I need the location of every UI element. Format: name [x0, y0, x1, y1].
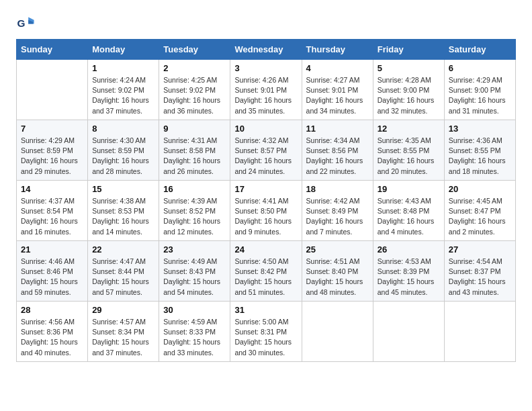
- header: G: [16, 13, 516, 32]
- logo-icon: G: [16, 13, 35, 32]
- weekday-row: SundayMondayTuesdayWednesdayThursdayFrid…: [17, 40, 516, 60]
- calendar-cell: 9Sunrise: 4:31 AM Sunset: 8:58 PM Daylig…: [159, 120, 230, 181]
- calendar-cell: 1Sunrise: 4:24 AM Sunset: 9:02 PM Daylig…: [88, 60, 159, 120]
- day-info: Sunrise: 4:34 AM Sunset: 8:56 PM Dayligh…: [306, 136, 369, 177]
- calendar-cell: 13Sunrise: 4:36 AM Sunset: 8:55 PM Dayli…: [444, 120, 515, 181]
- day-info: Sunrise: 4:26 AM Sunset: 9:01 PM Dayligh…: [234, 75, 297, 116]
- calendar-cell: 19Sunrise: 4:43 AM Sunset: 8:48 PM Dayli…: [373, 181, 444, 241]
- day-info: Sunrise: 4:31 AM Sunset: 8:58 PM Dayligh…: [163, 136, 226, 177]
- calendar-cell: [373, 302, 444, 362]
- day-info: Sunrise: 4:50 AM Sunset: 8:42 PM Dayligh…: [234, 257, 297, 298]
- weekday-header: Monday: [88, 40, 159, 60]
- calendar-header: SundayMondayTuesdayWednesdayThursdayFrid…: [17, 40, 516, 60]
- calendar-cell: 26Sunrise: 4:53 AM Sunset: 8:39 PM Dayli…: [373, 241, 444, 302]
- calendar-cell: 17Sunrise: 4:41 AM Sunset: 8:50 PM Dayli…: [230, 181, 302, 241]
- calendar-cell: 30Sunrise: 4:59 AM Sunset: 8:33 PM Dayli…: [159, 302, 230, 362]
- day-info: Sunrise: 4:37 AM Sunset: 8:54 PM Dayligh…: [21, 196, 83, 237]
- calendar-cell: 16Sunrise: 4:39 AM Sunset: 8:52 PM Dayli…: [159, 181, 230, 241]
- weekday-header: Saturday: [444, 40, 515, 60]
- day-info: Sunrise: 4:24 AM Sunset: 9:02 PM Dayligh…: [92, 75, 154, 116]
- day-number: 17: [234, 184, 297, 194]
- calendar-cell: [444, 302, 515, 362]
- day-number: 5: [378, 63, 440, 73]
- day-number: 26: [378, 244, 440, 255]
- day-number: 20: [449, 184, 511, 194]
- calendar-cell: 29Sunrise: 4:57 AM Sunset: 8:34 PM Dayli…: [88, 302, 159, 362]
- day-info: Sunrise: 4:46 AM Sunset: 8:46 PM Dayligh…: [21, 257, 83, 298]
- day-number: 28: [21, 305, 83, 315]
- calendar-cell: 31Sunrise: 5:00 AM Sunset: 8:31 PM Dayli…: [230, 302, 302, 362]
- weekday-header: Friday: [373, 40, 444, 60]
- day-info: Sunrise: 4:59 AM Sunset: 8:33 PM Dayligh…: [163, 317, 226, 358]
- day-info: Sunrise: 4:45 AM Sunset: 8:47 PM Dayligh…: [449, 196, 511, 237]
- calendar-cell: 5Sunrise: 4:28 AM Sunset: 9:00 PM Daylig…: [373, 60, 444, 120]
- calendar-cell: [302, 302, 373, 362]
- day-number: 10: [234, 124, 297, 134]
- calendar-week-row: 28Sunrise: 4:56 AM Sunset: 8:36 PM Dayli…: [17, 302, 516, 362]
- calendar-week-row: 7Sunrise: 4:29 AM Sunset: 8:59 PM Daylig…: [17, 120, 516, 181]
- day-number: 6: [449, 63, 511, 73]
- weekday-header: Sunday: [17, 40, 88, 60]
- day-number: 7: [21, 124, 83, 134]
- calendar-cell: 25Sunrise: 4:51 AM Sunset: 8:40 PM Dayli…: [302, 241, 373, 302]
- day-number: 25: [306, 244, 369, 255]
- day-number: 24: [234, 244, 297, 255]
- calendar-cell: 21Sunrise: 4:46 AM Sunset: 8:46 PM Dayli…: [17, 241, 88, 302]
- day-info: Sunrise: 4:38 AM Sunset: 8:53 PM Dayligh…: [92, 196, 154, 237]
- weekday-header: Tuesday: [159, 40, 230, 60]
- day-info: Sunrise: 4:41 AM Sunset: 8:50 PM Dayligh…: [234, 196, 297, 237]
- calendar-week-row: 21Sunrise: 4:46 AM Sunset: 8:46 PM Dayli…: [17, 241, 516, 302]
- day-number: 30: [163, 305, 226, 315]
- calendar-cell: 22Sunrise: 4:47 AM Sunset: 8:44 PM Dayli…: [88, 241, 159, 302]
- day-number: 16: [163, 184, 226, 194]
- calendar-cell: 7Sunrise: 4:29 AM Sunset: 8:59 PM Daylig…: [17, 120, 88, 181]
- day-info: Sunrise: 4:57 AM Sunset: 8:34 PM Dayligh…: [92, 317, 154, 358]
- day-info: Sunrise: 5:00 AM Sunset: 8:31 PM Dayligh…: [234, 317, 297, 358]
- day-number: 9: [163, 124, 226, 134]
- calendar-cell: 8Sunrise: 4:30 AM Sunset: 8:59 PM Daylig…: [88, 120, 159, 181]
- day-number: 13: [449, 124, 511, 134]
- calendar-cell: 12Sunrise: 4:35 AM Sunset: 8:55 PM Dayli…: [373, 120, 444, 181]
- day-info: Sunrise: 4:56 AM Sunset: 8:36 PM Dayligh…: [21, 317, 83, 358]
- day-info: Sunrise: 4:29 AM Sunset: 9:00 PM Dayligh…: [449, 75, 511, 116]
- day-info: Sunrise: 4:53 AM Sunset: 8:39 PM Dayligh…: [378, 257, 440, 298]
- day-info: Sunrise: 4:36 AM Sunset: 8:55 PM Dayligh…: [449, 136, 511, 177]
- day-info: Sunrise: 4:27 AM Sunset: 9:01 PM Dayligh…: [306, 75, 369, 116]
- weekday-header: Thursday: [302, 40, 373, 60]
- weekday-header: Wednesday: [230, 40, 302, 60]
- calendar-cell: 14Sunrise: 4:37 AM Sunset: 8:54 PM Dayli…: [17, 181, 88, 241]
- day-info: Sunrise: 4:39 AM Sunset: 8:52 PM Dayligh…: [163, 196, 226, 237]
- day-number: 4: [306, 63, 369, 73]
- day-number: 1: [92, 63, 154, 73]
- day-number: 12: [378, 124, 440, 134]
- day-number: 3: [234, 63, 297, 73]
- calendar-cell: 20Sunrise: 4:45 AM Sunset: 8:47 PM Dayli…: [444, 181, 515, 241]
- calendar-table: SundayMondayTuesdayWednesdayThursdayFrid…: [16, 39, 516, 362]
- day-number: 11: [306, 124, 369, 134]
- calendar-cell: 2Sunrise: 4:25 AM Sunset: 9:02 PM Daylig…: [159, 60, 230, 120]
- day-number: 14: [21, 184, 83, 194]
- calendar-week-row: 14Sunrise: 4:37 AM Sunset: 8:54 PM Dayli…: [17, 181, 516, 241]
- calendar-cell: 3Sunrise: 4:26 AM Sunset: 9:01 PM Daylig…: [230, 60, 302, 120]
- calendar-body: 1Sunrise: 4:24 AM Sunset: 9:02 PM Daylig…: [17, 60, 516, 362]
- day-info: Sunrise: 4:47 AM Sunset: 8:44 PM Dayligh…: [92, 257, 154, 298]
- day-number: 31: [234, 305, 297, 315]
- calendar-cell: 28Sunrise: 4:56 AM Sunset: 8:36 PM Dayli…: [17, 302, 88, 362]
- calendar-cell: 27Sunrise: 4:54 AM Sunset: 8:37 PM Dayli…: [444, 241, 515, 302]
- day-info: Sunrise: 4:32 AM Sunset: 8:57 PM Dayligh…: [234, 136, 297, 177]
- day-info: Sunrise: 4:35 AM Sunset: 8:55 PM Dayligh…: [378, 136, 440, 177]
- day-info: Sunrise: 4:49 AM Sunset: 8:43 PM Dayligh…: [163, 257, 226, 298]
- calendar-cell: 10Sunrise: 4:32 AM Sunset: 8:57 PM Dayli…: [230, 120, 302, 181]
- day-info: Sunrise: 4:29 AM Sunset: 8:59 PM Dayligh…: [21, 136, 83, 177]
- day-number: 22: [92, 244, 154, 255]
- calendar-cell: 6Sunrise: 4:29 AM Sunset: 9:00 PM Daylig…: [444, 60, 515, 120]
- calendar-cell: 4Sunrise: 4:27 AM Sunset: 9:01 PM Daylig…: [302, 60, 373, 120]
- day-info: Sunrise: 4:42 AM Sunset: 8:49 PM Dayligh…: [306, 196, 369, 237]
- calendar-cell: 11Sunrise: 4:34 AM Sunset: 8:56 PM Dayli…: [302, 120, 373, 181]
- day-number: 29: [92, 305, 154, 315]
- calendar-cell: 23Sunrise: 4:49 AM Sunset: 8:43 PM Dayli…: [159, 241, 230, 302]
- calendar-cell: 18Sunrise: 4:42 AM Sunset: 8:49 PM Dayli…: [302, 181, 373, 241]
- day-number: 15: [92, 184, 154, 194]
- day-number: 27: [449, 244, 511, 255]
- calendar-cell: [17, 60, 88, 120]
